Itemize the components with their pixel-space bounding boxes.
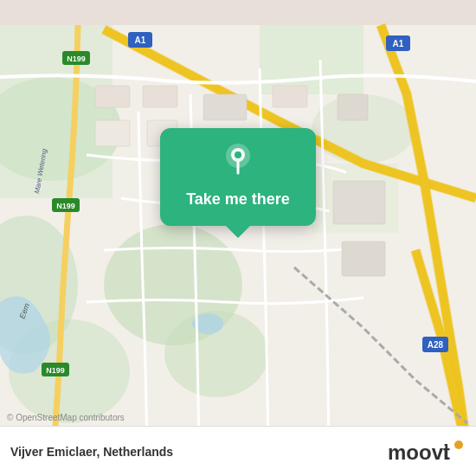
svg-point-36 [235,151,241,158]
svg-rect-24 [143,86,177,107]
svg-rect-2 [0,25,113,198]
moovit-logo: moovi t [388,438,466,466]
svg-text:t: t [443,441,450,464]
svg-rect-30 [333,181,385,224]
svg-text:N199: N199 [67,55,86,63]
svg-text:A1: A1 [135,35,146,45]
location-info: Vijver Emiclaer, Netherlands [10,445,173,459]
location-pin-icon [219,142,257,180]
svg-rect-27 [203,94,247,120]
svg-point-39 [454,441,463,449]
cta-button-label: Take me there [186,190,290,209]
map-svg: A1 A1 A28 N199 N199 N199 [0,0,476,476]
svg-rect-31 [342,241,385,276]
svg-rect-7 [260,25,363,94]
svg-text:moovi: moovi [388,441,449,464]
svg-text:N199: N199 [56,202,75,210]
bottom-bar: Vijver Emiclaer, Netherlands moovi t [0,426,476,476]
svg-rect-28 [273,86,307,107]
location-name: Vijver Emiclaer, Netherlands [10,445,173,459]
map-attribution: © OpenStreetMap contributors [7,413,125,422]
svg-text:A1: A1 [393,39,404,48]
svg-text:N199: N199 [46,366,65,375]
map-container: A1 A1 A28 N199 N199 N199 [0,0,476,476]
svg-text:A28: A28 [428,340,444,350]
cta-popup[interactable]: Take me there [160,128,316,226]
svg-rect-29 [338,94,368,120]
svg-rect-23 [95,86,130,107]
svg-rect-25 [95,120,130,146]
moovit-logo-svg: moovi t [388,438,466,466]
